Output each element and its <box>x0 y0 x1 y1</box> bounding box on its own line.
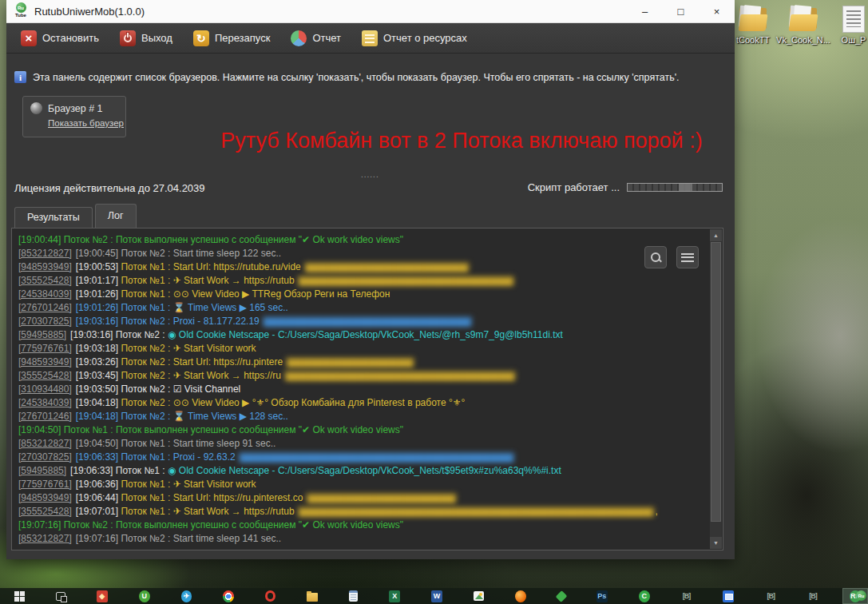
log-id-link[interactable]: [948593949] <box>18 492 72 503</box>
taskbar-start-button[interactable] <box>6 588 32 604</box>
hamburger-icon <box>681 253 694 262</box>
desktop-icon-doc-osh[interactable]: Ош_Р <box>834 5 868 45</box>
folder-icon <box>736 5 770 34</box>
log-id-link[interactable]: [775976761] <box>18 479 72 490</box>
log-id-link[interactable]: [245384039] <box>18 397 72 408</box>
taskbar-app-word[interactable]: W <box>424 588 450 604</box>
taskbar-app-green-diamond[interactable] <box>550 588 573 604</box>
log-line: [19:07:16] Поток №2 : Поток выполнен усп… <box>18 519 709 532</box>
log-line: [948593949][19:03:26] Поток №2 : Start U… <box>18 356 709 369</box>
toolbar-report-button[interactable]: Отчет <box>291 30 341 46</box>
log-id-link[interactable]: [310934480] <box>18 383 72 395</box>
taskbar-app-red[interactable]: ◈ <box>89 588 115 604</box>
log-line: [270307825][19:06:33] Поток №1 : Proxi -… <box>18 451 709 464</box>
taskbar-app-browser-orange[interactable] <box>508 588 533 604</box>
log-line: [853212827][19:00:45] Поток №2 : Start t… <box>18 247 709 260</box>
scroll-up-arrow[interactable]: ▲ <box>710 229 722 241</box>
log-id-link[interactable]: [270307825] <box>18 451 72 463</box>
show-browser-link[interactable]: Показать браузер <box>48 118 124 128</box>
close-button[interactable]: × <box>699 0 735 23</box>
minimize-button[interactable]: – <box>627 0 663 23</box>
log-id-link[interactable]: [775976761] <box>18 343 72 354</box>
taskbar-app-paint[interactable] <box>466 588 491 604</box>
rutube-logo-sub: Tube <box>15 13 26 18</box>
desktop-icons: tCookTT Vk_Cook_N... Ош_Р <box>733 5 868 45</box>
restart-icon <box>193 30 209 46</box>
tab-log[interactable]: Лог <box>95 204 137 228</box>
script-status-label: Скрипт работает ... <box>528 181 620 193</box>
dots-text: ...... <box>361 170 379 179</box>
scroll-down-arrow[interactable]: ▼ <box>710 537 722 549</box>
log-id-link[interactable]: [853212827] <box>18 248 72 259</box>
tab-results[interactable]: Результаты <box>14 207 93 228</box>
log-id-link[interactable]: [276701246] <box>18 411 72 422</box>
log-id-link[interactable]: [948593949] <box>18 261 72 272</box>
log-line: [355525428][19:01:17] Поток №1 : ✈ Start… <box>18 274 709 288</box>
log-id-link[interactable]: [355525428] <box>18 506 72 517</box>
log-line: [853212827][19:07:16] Поток №2 : Start t… <box>18 532 709 546</box>
taskbar-app-explorer[interactable] <box>299 588 325 604</box>
menu-button[interactable] <box>676 246 699 268</box>
desktop-icon-folder-vk-cook[interactable]: Vk_Cook_N... <box>783 5 824 45</box>
toolbar-restart-button[interactable]: Перезапуск <box>193 30 271 46</box>
app-opera-icon <box>265 590 275 602</box>
app-window: Ru Tube RutubUniwerMob(1.0.0) –□× Остано… <box>6 0 735 559</box>
taskbar-app-excel[interactable]: X <box>382 588 407 604</box>
browser-sphere-icon <box>30 102 42 114</box>
taskbar-app-bracket-1[interactable]: [В] <box>674 588 700 604</box>
search-button[interactable] <box>644 246 667 268</box>
maximize-button[interactable]: □ <box>663 0 699 23</box>
app-paint-icon <box>474 591 484 601</box>
scrollbar-thumb[interactable] <box>711 242 721 522</box>
log-id-link[interactable]: [355525428] <box>18 370 72 381</box>
taskbar-app-opera[interactable] <box>258 588 283 604</box>
log-id-link[interactable]: [276701246] <box>18 302 72 313</box>
taskbar-app-bracket-2[interactable]: [В] <box>758 588 783 604</box>
log-scrollbar[interactable]: ▲ ▼ <box>710 229 722 549</box>
app-telegram-icon: ✈ <box>181 590 192 602</box>
log-id-link[interactable]: [245384039] <box>18 288 72 300</box>
taskbar-app-camtasia[interactable]: C <box>632 588 657 604</box>
taskbar-app-notepad[interactable] <box>342 588 365 604</box>
log-id-link[interactable]: [270307825] <box>18 316 72 327</box>
app-bracket-1-icon: [В] <box>681 590 692 602</box>
log-id-link[interactable]: [59495885] <box>18 329 66 340</box>
taskbar-app-photoshop[interactable]: Ps <box>589 588 615 604</box>
browser-card: Браузер # 1 Показать браузер <box>22 96 126 137</box>
info-bar: i Эта панель содержит список браузеров. … <box>14 71 680 83</box>
task-view-button-icon <box>56 592 65 601</box>
toolbar-resources-report-button[interactable]: Отчет о ресурсах <box>362 30 467 46</box>
desktop-icon-folder-cooktt[interactable]: tCookTT <box>733 5 773 45</box>
browser-card-title: Браузер # 1 <box>48 103 103 114</box>
taskbar: ◈U✈XWPsC[В][В][В]RuRu <box>0 588 868 604</box>
search-icon <box>650 252 661 263</box>
censored-text: ▆▆▆▆▆▆▆▆▆▆▆▆▆▆▆▆▆▆▆▆▆▆▆▆▆▆▆▆▆▆▆▆▆▆▆▆▆ <box>238 451 515 463</box>
toolbar-exit-button[interactable]: Выход <box>120 30 172 46</box>
taskbar-app-bracket-3[interactable]: [В] <box>800 588 826 604</box>
taskbar-task-view-button[interactable] <box>49 588 73 604</box>
log-id-link[interactable]: [853212827] <box>18 438 72 449</box>
app-photoshop-icon: Ps <box>597 590 608 602</box>
rutube-logo-icon: Ru Tube <box>12 2 30 20</box>
app-chrome-icon <box>223 590 234 602</box>
log-id-link[interactable]: [853212827] <box>18 533 72 544</box>
taskbar-app-blue-window[interactable] <box>715 588 741 604</box>
stop-icon <box>21 30 37 46</box>
log-id-link[interactable]: [355525428] <box>18 275 72 286</box>
titlebar[interactable]: Ru Tube RutubUniwerMob(1.0.0) –□× <box>6 0 735 23</box>
main-content: i Эта панель содержит список браузеров. … <box>6 54 735 558</box>
log-id-link[interactable]: [59495885] <box>18 465 66 476</box>
log-line: [276701246][19:04:18] Поток №2 : ⌛ Time … <box>18 410 709 423</box>
censored-text: ▆▆▆▆▆▆▆▆▆▆▆▆▆▆▆▆▆▆▆▆▆▆▆▆▆▆▆▆▆ <box>297 275 516 286</box>
taskbar-app-utorrent[interactable]: U <box>132 588 157 604</box>
app-utorrent-icon: U <box>139 590 150 602</box>
toolbar: Остановить Выход Перезапуск Отчет Отчет … <box>6 23 735 54</box>
censored-text: ▆▆▆▆▆▆▆▆▆▆▆▆▆▆▆▆▆▆▆▆▆▆▆▆▆▆▆▆▆▆▆▆▆▆▆▆▆▆▆▆… <box>297 506 656 517</box>
banner-text: Рутуб Комбайн вот в 2 Потока включаю пор… <box>206 129 717 153</box>
log-id-link[interactable]: [948593949] <box>18 356 72 368</box>
toolbar-stop-button[interactable]: Остановить <box>21 30 99 46</box>
taskbar-app-telegram[interactable]: ✈ <box>174 588 200 604</box>
taskbar-app-chrome[interactable] <box>216 588 241 604</box>
tray-rutube-icon[interactable]: Ru <box>856 590 866 601</box>
log-line: [355525428][19:07:01] Поток №1 : ✈ Start… <box>18 505 709 519</box>
